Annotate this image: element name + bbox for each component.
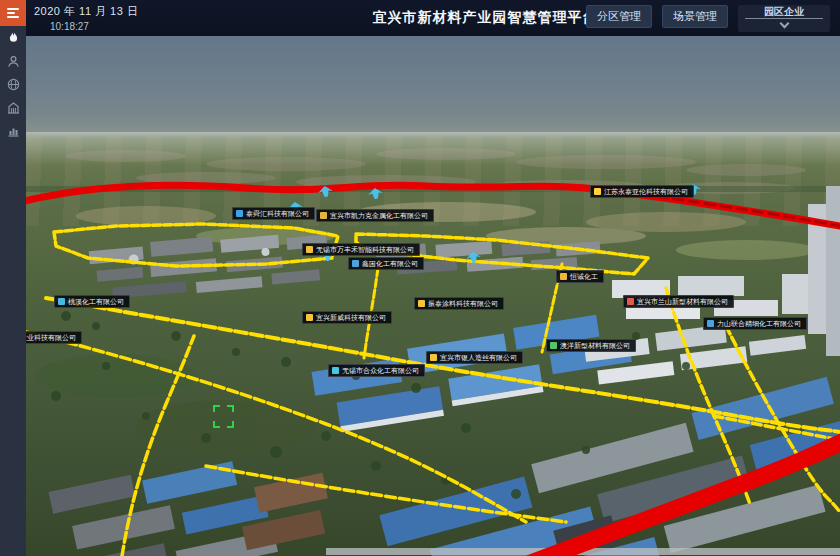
company-label[interactable]: 力山联合精细化工有限公司 <box>703 317 807 330</box>
company-label[interactable]: 澳洋新型材料有限公司 <box>546 339 636 352</box>
horizon-haze <box>26 132 840 166</box>
company-name: 宜兴市凯力克金属化工有限公司 <box>330 209 428 222</box>
flame-icon[interactable] <box>0 27 26 49</box>
company-name: 宜兴市兰山新型材料有限公司 <box>637 295 728 308</box>
company-marker-icon <box>332 367 339 374</box>
company-label[interactable]: 宜兴新威科技有限公司 <box>302 311 392 324</box>
company-name: 鑫国化工有限公司 <box>362 257 418 270</box>
selection-corner <box>227 405 234 412</box>
map-canvas[interactable]: 泰舜汇科技有限公司 宜兴市凯力克金属化工有限公司 无锡市万丰禾智能科技有限公司 … <box>26 36 840 556</box>
globe-icon[interactable] <box>0 73 26 95</box>
company-name: 宜兴农业科技有限公司 <box>26 331 76 344</box>
company-label[interactable]: 无锡市万丰禾智能科技有限公司 <box>302 243 420 256</box>
company-marker-icon <box>352 260 359 267</box>
company-label[interactable]: 振泰涂料科技有限公司 <box>414 297 504 310</box>
company-marker-icon <box>707 320 714 327</box>
sidebar <box>0 0 26 556</box>
company-name: 宜兴市银人造丝有限公司 <box>440 351 517 364</box>
company-label[interactable]: 鑫国化工有限公司 <box>348 257 424 270</box>
company-name: 无锡市合众化工有限公司 <box>342 364 419 377</box>
company-label[interactable]: 泰舜汇科技有限公司 <box>232 207 315 220</box>
company-name: 力山联合精细化工有限公司 <box>717 317 801 330</box>
selection-corner <box>227 421 234 428</box>
dropdown-label: 园区企业 <box>745 5 823 19</box>
selection-corner <box>213 405 220 412</box>
nav-actions: 分区管理 场景管理 园区企业 <box>586 5 830 32</box>
company-name: 宜兴新威科技有限公司 <box>316 311 386 324</box>
selection-box <box>213 405 234 428</box>
company-marker-icon <box>418 300 425 307</box>
company-marker-icon <box>306 246 313 253</box>
company-marker-icon <box>320 212 327 219</box>
company-label[interactable]: 宜兴市银人造丝有限公司 <box>426 351 523 364</box>
company-label[interactable]: 宜兴市兰山新型材料有限公司 <box>623 295 734 308</box>
company-name: 泰舜汇科技有限公司 <box>246 207 309 220</box>
company-marker-icon <box>236 210 243 217</box>
company-label[interactable]: 无锡市合众化工有限公司 <box>328 364 425 377</box>
company-name: 桃溪化工有限公司 <box>68 295 124 308</box>
company-marker-icon <box>306 314 313 321</box>
company-marker-icon <box>430 354 437 361</box>
smart-park-platform: 2020 年 11 月 13 日 10:18:27 宜兴市新材料产业园智慧管理平… <box>0 0 840 556</box>
company-marker-icon <box>594 188 601 195</box>
buildings-right <box>612 186 840 356</box>
company-name: 澳洋新型材料有限公司 <box>560 339 630 352</box>
chart-icon[interactable] <box>0 119 26 141</box>
company-label[interactable]: 宜兴市凯力克金属化工有限公司 <box>316 209 434 222</box>
top-navbar: 2020 年 11 月 13 日 10:18:27 宜兴市新材料产业园智慧管理平… <box>26 0 840 36</box>
menu-icon[interactable] <box>0 0 26 26</box>
company-name: 无锡市万丰禾智能科技有限公司 <box>316 243 414 256</box>
company-name: 恒诚化工 <box>570 270 598 283</box>
partition-management-button[interactable]: 分区管理 <box>586 5 652 28</box>
selection-corner <box>213 421 220 428</box>
company-marker-icon <box>627 298 634 305</box>
company-name: 江苏永泰亚伦科技有限公司 <box>604 185 688 198</box>
company-marker-icon <box>58 298 65 305</box>
industrial-cluster-bottom-left <box>41 436 337 556</box>
factory-icon[interactable] <box>0 96 26 118</box>
park-enterprise-dropdown[interactable]: 园区企业 <box>738 5 830 32</box>
user-icon[interactable] <box>0 50 26 72</box>
company-label[interactable]: 江苏永泰亚伦科技有限公司 <box>590 185 694 198</box>
company-label[interactable]: 桃溪化工有限公司 <box>54 295 130 308</box>
scene-management-button[interactable]: 场景管理 <box>662 5 728 28</box>
company-label[interactable]: 宜兴农业科技有限公司 <box>26 331 82 344</box>
chevron-down-icon <box>779 19 789 29</box>
company-name: 振泰涂料科技有限公司 <box>428 297 498 310</box>
company-marker-icon <box>550 342 557 349</box>
company-marker-icon <box>560 273 567 280</box>
company-label[interactable]: 恒诚化工 <box>556 270 604 283</box>
